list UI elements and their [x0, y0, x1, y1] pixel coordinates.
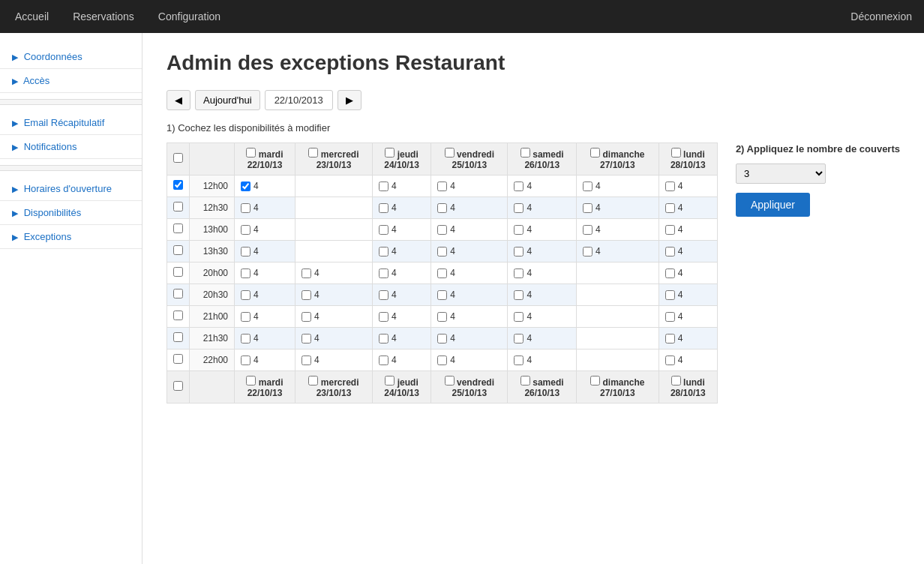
col-check-dimanche[interactable]	[590, 148, 600, 158]
row-checkbox[interactable]	[173, 354, 183, 364]
cell-checkbox[interactable]	[241, 203, 250, 213]
cell-checkbox[interactable]	[379, 225, 388, 235]
cell-checkbox[interactable]	[379, 203, 388, 213]
cell-checkbox[interactable]	[665, 203, 675, 213]
cell-checkbox[interactable]	[665, 247, 675, 256]
nav-reservations[interactable]: Reservations	[70, 2, 137, 32]
col-check-mercredi-bottom[interactable]	[308, 376, 318, 386]
col-check-samedi[interactable]	[520, 148, 530, 158]
cell-checkbox[interactable]	[514, 268, 524, 278]
cell-checkbox[interactable]	[437, 225, 447, 235]
cell-checkbox[interactable]	[514, 290, 524, 300]
cell-checkbox[interactable]	[302, 290, 311, 300]
cell-checkbox[interactable]	[583, 225, 592, 235]
cell-checkbox[interactable]	[379, 356, 388, 365]
sidebar-item-email[interactable]: ▶ Email Récapitulatif	[0, 111, 142, 135]
cell-checkbox[interactable]	[514, 182, 524, 191]
cell-checkbox[interactable]	[665, 334, 675, 344]
col-check-mardi-bottom[interactable]	[246, 376, 256, 386]
col-check-lundi[interactable]	[671, 148, 681, 158]
cell-checkbox[interactable]	[665, 356, 675, 365]
row-checkbox[interactable]	[173, 202, 183, 212]
cell-checkbox[interactable]	[379, 334, 388, 344]
deconnexion-link[interactable]: Déconnexion	[850, 10, 912, 22]
col-check-vendredi[interactable]	[445, 148, 454, 158]
row-checkbox[interactable]	[173, 332, 183, 342]
cell-value: 4	[379, 311, 424, 322]
today-button[interactable]: Aujourd'hui	[195, 90, 260, 110]
availability-cell: 4	[373, 197, 431, 219]
prev-button[interactable]: ◀	[166, 90, 190, 110]
cell-checkbox[interactable]	[514, 225, 524, 235]
cell-checkbox[interactable]	[379, 182, 388, 191]
cell-checkbox[interactable]	[665, 268, 675, 278]
cell-checkbox[interactable]	[241, 268, 250, 278]
row-checkbox[interactable]	[173, 245, 183, 255]
col-check-vendredi-bottom[interactable]	[445, 376, 454, 386]
cell-checkbox[interactable]	[514, 334, 524, 344]
row-checkbox[interactable]	[173, 289, 183, 298]
cell-checkbox[interactable]	[665, 225, 675, 235]
col-check-samedi-bottom[interactable]	[520, 376, 530, 386]
row-checkbox[interactable]	[173, 180, 183, 190]
cell-checkbox[interactable]	[241, 290, 250, 300]
cell-checkbox[interactable]	[241, 247, 250, 256]
sidebar-item-acces[interactable]: ▶ Accès	[0, 69, 142, 93]
cell-checkbox[interactable]	[583, 182, 592, 191]
cell-checkbox[interactable]	[437, 290, 447, 300]
cell-checkbox[interactable]	[241, 334, 250, 344]
row-checkbox[interactable]	[173, 224, 183, 233]
sidebar-item-disponibilites[interactable]: ▶ Disponibilités	[0, 201, 142, 225]
nav-accueil[interactable]: Accueil	[12, 2, 52, 32]
cell-checkbox[interactable]	[583, 203, 592, 213]
sidebar-item-exceptions[interactable]: ▶ Exceptions	[0, 225, 142, 249]
cell-checkbox[interactable]	[379, 290, 388, 300]
cell-checkbox[interactable]	[241, 312, 250, 322]
covers-select[interactable]: 12345678910	[736, 164, 826, 184]
col-check-mercredi[interactable]	[308, 148, 318, 158]
cell-checkbox[interactable]	[514, 247, 524, 256]
col-check-dimanche-bottom[interactable]	[590, 376, 600, 386]
cell-checkbox[interactable]	[379, 247, 388, 256]
cell-checkbox[interactable]	[437, 203, 447, 213]
cell-checkbox[interactable]	[437, 356, 447, 365]
cell-checkbox[interactable]	[437, 312, 447, 322]
sidebar-item-notifications[interactable]: ▶ Notifications	[0, 135, 142, 159]
apply-button[interactable]: Appliquer	[736, 193, 810, 217]
sidebar-section-1: ▶ Coordonnées ▶ Accès	[0, 45, 142, 93]
cell-checkbox[interactable]	[241, 356, 250, 365]
row-checkbox[interactable]	[173, 310, 183, 320]
cell-checkbox[interactable]	[514, 356, 524, 365]
next-button[interactable]: ▶	[338, 90, 362, 110]
cell-checkbox[interactable]	[437, 182, 447, 191]
col-check-mardi[interactable]	[246, 148, 256, 158]
cell-checkbox[interactable]	[379, 312, 388, 322]
cell-checkbox[interactable]	[241, 225, 250, 235]
availability-cell: 4	[295, 306, 372, 328]
availability-cell: 4	[295, 328, 372, 350]
cell-checkbox[interactable]	[437, 247, 447, 256]
cell-checkbox[interactable]	[514, 203, 524, 213]
cell-checkbox[interactable]	[302, 312, 311, 322]
cell-checkbox[interactable]	[302, 334, 311, 344]
cell-checkbox[interactable]	[665, 290, 675, 300]
sidebar-item-coordonnees[interactable]: ▶ Coordonnées	[0, 45, 142, 69]
select-all-checkbox-bottom[interactable]	[173, 381, 183, 391]
cell-checkbox[interactable]	[437, 268, 447, 278]
row-checkbox[interactable]	[173, 267, 183, 277]
select-all-checkbox-top[interactable]	[173, 153, 183, 163]
cell-checkbox[interactable]	[241, 182, 250, 191]
cell-checkbox[interactable]	[665, 182, 675, 191]
cell-checkbox[interactable]	[665, 312, 675, 322]
col-check-jeudi-bottom[interactable]	[385, 376, 394, 386]
col-check-jeudi[interactable]	[385, 148, 394, 158]
cell-checkbox[interactable]	[379, 268, 388, 278]
cell-checkbox[interactable]	[583, 247, 592, 256]
cell-checkbox[interactable]	[514, 312, 524, 322]
cell-checkbox[interactable]	[437, 334, 447, 344]
nav-configuration[interactable]: Configuration	[155, 2, 224, 32]
cell-checkbox[interactable]	[302, 356, 311, 365]
col-check-lundi-bottom[interactable]	[671, 376, 681, 386]
sidebar-item-horaires[interactable]: ▶ Horaires d'ouverture	[0, 177, 142, 201]
cell-checkbox[interactable]	[302, 268, 311, 278]
